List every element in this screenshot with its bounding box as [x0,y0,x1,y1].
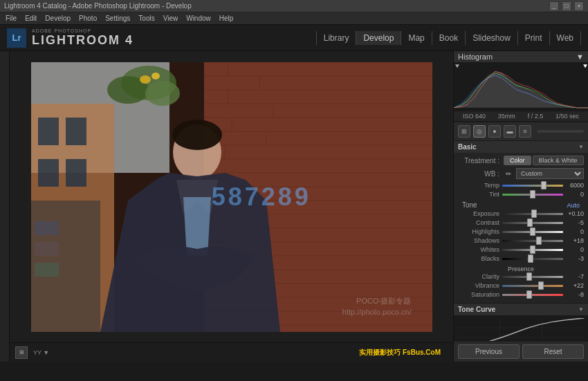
color-button[interactable]: Color [504,156,531,165]
photo-viewport: 587289 POCO·摄影专题 http://photo.poco.cn/ [10,51,453,342]
basic-section: Basic ▼ Treatment : Color Black & White [454,141,588,304]
title-bar: Lightroom 4 Catalog - Adobe Photoshop Li… [0,0,588,12]
clarity-row: Clarity -7 [458,273,584,280]
tint-thumb[interactable] [530,190,535,198]
whites-slider[interactable] [502,249,563,251]
right-panel: Histogram ▼ [453,51,588,362]
photo-container: 587289 POCO·摄影专题 http://photo.poco.cn/ [31,62,432,332]
svg-rect-43 [35,242,59,256]
nav-web[interactable]: Web [550,31,581,45]
vibrance-row: Vibrance +22 [458,282,584,289]
histogram-header[interactable]: Histogram ▼ [454,51,588,63]
logo-area: Lr ADOBE PHOTOSHOP LIGHTROOM 4 [7,28,134,48]
wb-eyedropper[interactable]: ✏ [504,169,513,178]
clarity-thumb[interactable] [526,272,532,281]
basic-arrow: ▼ [578,144,584,150]
redeye-tool[interactable]: ● [488,125,501,138]
previous-button[interactable]: Previous [458,344,520,359]
tone-curve-header[interactable]: Tone Curve ▼ [454,304,588,315]
tools-row: ⊞ ◎ ● ▬ ≡ [454,122,588,141]
filmstrip-view-button[interactable]: ⊞ [15,346,28,359]
contrast-slider[interactable] [502,222,563,224]
whites-thumb[interactable] [530,245,535,254]
gradient-tool[interactable]: ▬ [504,125,516,138]
treatment-label: Treatment : [458,157,499,165]
spot-heal-tool[interactable]: ◎ [473,125,486,138]
left-panel[interactable] [0,51,10,362]
exposure-thumb[interactable] [531,210,537,218]
reset-button[interactable]: Reset [522,344,584,359]
menu-develop[interactable]: Develop [45,15,71,22]
temp-thumb[interactable] [541,181,546,189]
basic-header[interactable]: Basic ▼ [454,141,588,153]
poco-watermark: POCO·摄影专题 http://photo.poco.cn/ [342,295,412,318]
exposure-slider[interactable] [502,213,563,215]
highlights-thumb[interactable] [530,227,535,236]
basic-panel: Basic ▼ Treatment : Color Black & White [454,141,588,341]
saturation-slider[interactable] [502,294,563,296]
svg-point-37 [140,75,151,84]
vibrance-label: Vibrance [458,282,499,289]
menu-window[interactable]: Window [186,15,211,22]
tone-curve-section: Tone Curve ▼ [454,304,588,341]
saturation-label: Saturation [458,291,499,298]
saturation-value: -8 [563,291,584,298]
blacks-slider[interactable] [502,258,563,260]
adjustment-brush[interactable]: ≡ [519,125,531,138]
nav-develop[interactable]: Develop [356,31,401,45]
menu-settings[interactable]: Settings [105,15,130,22]
wb-select[interactable]: Custom As Shot Auto Daylight Cloudy [516,168,584,179]
blacks-value: -3 [563,255,584,262]
top-nav: Lr ADOBE PHOTOSHOP LIGHTROOM 4 Library D… [0,25,588,51]
tone-curve-chart [457,318,585,341]
vibrance-value: +22 [563,282,584,289]
vibrance-slider[interactable] [502,285,563,287]
crop-tool[interactable]: ⊞ [458,125,470,138]
minimize-button[interactable]: _ [549,1,559,11]
filmstrip-controls: ⊞ YY ▼ [15,346,49,359]
tint-label: Tint [458,191,499,198]
main-layout: 587289 POCO·摄影专题 http://photo.poco.cn/ ⊞… [0,51,588,362]
shadows-thumb[interactable] [536,236,542,245]
contrast-row: Contrast -5 [458,219,584,226]
saturation-thumb[interactable] [526,290,532,299]
shadows-value: +18 [563,237,584,244]
treatment-row: Treatment : Color Black & White [458,156,584,165]
basic-label: Basic [458,143,477,151]
shutter-speed: 1/50 sec [555,113,579,120]
highlights-slider[interactable] [502,231,563,233]
nav-map[interactable]: Map [401,31,432,45]
temp-slider[interactable] [502,185,563,187]
svg-point-38 [151,73,160,80]
nav-print[interactable]: Print [518,31,550,45]
close-button[interactable]: × [574,1,584,11]
tools-slider[interactable] [537,130,584,133]
exposure-row: Exposure +0.10 [458,210,584,217]
shadows-slider[interactable] [502,240,563,242]
nav-slideshow[interactable]: Slideshow [466,31,518,45]
menu-view[interactable]: View [163,15,178,22]
blacks-thumb[interactable] [528,254,533,263]
nav-library[interactable]: Library [316,31,357,45]
clarity-slider[interactable] [502,276,563,278]
aperture-value: f / 2.5 [528,113,544,120]
window-controls[interactable]: _ □ × [549,1,584,11]
vibrance-thumb[interactable] [538,281,544,290]
nav-book[interactable]: Book [432,31,466,45]
highlights-label: Highlights [458,228,499,235]
exposure-label: Exposure [458,210,499,217]
menu-tools[interactable]: Tools [138,15,154,22]
basic-content: Treatment : Color Black & White WB : ✏ C… [454,153,588,303]
menu-edit[interactable]: Edit [25,15,37,22]
filmstrip-label[interactable]: YY ▼ [33,349,49,356]
bw-button[interactable]: Black & White [533,156,584,165]
contrast-thumb[interactable] [527,219,533,227]
blacks-row: Blacks -3 [458,255,584,262]
tint-slider[interactable] [502,194,563,196]
menu-help[interactable]: Help [219,15,234,22]
menu-file[interactable]: File [6,15,17,22]
auto-button[interactable]: Auto [567,202,580,209]
menu-photo[interactable]: Photo [79,15,97,22]
svg-rect-30 [38,118,59,145]
maximize-button[interactable]: □ [562,1,571,11]
